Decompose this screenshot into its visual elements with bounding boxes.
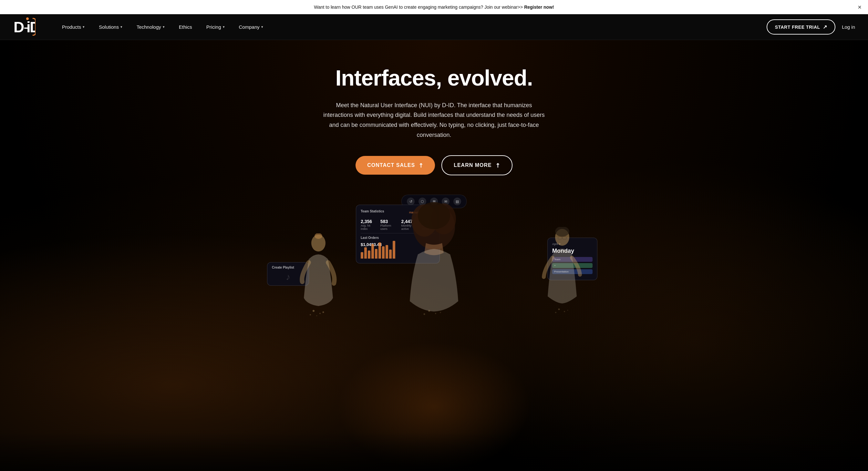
svg-point-11 [316, 315, 317, 316]
hero-section: Interfaces, evolved. Meet the Natural Us… [0, 40, 868, 471]
svg-point-8 [319, 313, 321, 314]
hero-visual: ↺ ⬡ ⊞ ✉ ▤ Create Playlist ♪ Team Statist… [256, 195, 612, 317]
mini-bar [378, 243, 381, 259]
mini-bar [375, 249, 377, 259]
chevron-down-icon: ▾ [261, 25, 263, 29]
person-left [299, 233, 338, 317]
mini-bar [382, 246, 384, 259]
svg-point-4 [26, 18, 29, 20]
svg-point-18 [424, 313, 425, 315]
nav-label-company: Company [239, 24, 259, 30]
nav-label-pricing: Pricing [206, 24, 221, 30]
chevron-down-icon: ▾ [83, 25, 85, 29]
hero-content: Interfaces, evolved. Meet the Natural Us… [314, 66, 554, 195]
hero-title: Interfaces, evolved. [321, 66, 547, 90]
mini-bar [385, 245, 388, 259]
stat-item: 2,356 Avg. hit index [361, 219, 377, 230]
nav-label-ethics: Ethics [179, 24, 192, 30]
stat-num-1: 583 [380, 219, 398, 224]
contact-sales-button[interactable]: CONTACT SALES ↗ [355, 156, 435, 175]
start-free-trial-button[interactable]: START FREE TRIAL ↗ [767, 19, 835, 35]
stat-label-0: Avg. hit index [361, 224, 377, 230]
nav-item-solutions[interactable]: Solutions ▾ [92, 14, 129, 40]
nav-item-technology[interactable]: Technology ▾ [129, 14, 172, 40]
mini-bar [389, 250, 392, 259]
chevron-down-icon: ▾ [223, 25, 225, 29]
login-link[interactable]: Log in [842, 24, 855, 30]
nav-item-ethics[interactable]: Ethics [172, 14, 199, 40]
svg-point-10 [322, 312, 324, 313]
chevron-down-icon: ▾ [120, 25, 122, 29]
nav-label-technology: Technology [136, 24, 161, 30]
announcement-banner: Want to learn how OUR team uses GenAI to… [0, 0, 868, 14]
banner-link-text: Register now! [524, 4, 554, 10]
stat-num-0: 2,356 [361, 219, 377, 224]
svg-point-24 [558, 309, 560, 310]
stats-card-title: Team Statistics [361, 210, 384, 213]
nav-links: Products ▾ Solutions ▾ Technology ▾ Ethi… [55, 14, 767, 40]
mini-bar [371, 244, 374, 259]
person-center [405, 201, 463, 317]
nav-label-products: Products [62, 24, 81, 30]
svg-point-25 [564, 311, 565, 312]
banner-text: Want to learn how OUR team uses GenAI to… [314, 4, 554, 10]
contact-sales-label: CONTACT SALES [367, 162, 415, 168]
nav-item-company[interactable]: Company ▾ [232, 14, 270, 40]
nav-right: START FREE TRIAL ↗ Log in [767, 19, 855, 35]
arrow-icon: ↗ [493, 161, 502, 170]
person-right [541, 227, 583, 317]
svg-point-26 [555, 312, 556, 313]
learn-more-label: LEARN MORE [454, 162, 492, 168]
nav-label-solutions: Solutions [99, 24, 119, 30]
arrow-icon: ↗ [416, 161, 425, 170]
svg-text:D: D [30, 19, 35, 35]
mini-bar [368, 251, 370, 259]
svg-point-17 [435, 313, 436, 314]
mini-bar [393, 241, 395, 259]
learn-more-button[interactable]: LEARN MORE ↗ [441, 155, 513, 175]
mini-bar [361, 252, 363, 259]
chevron-down-icon: ▾ [163, 25, 165, 29]
banner-close-button[interactable]: × [858, 4, 862, 10]
stat-label-1: Platform users [380, 224, 398, 230]
svg-point-19 [440, 312, 441, 313]
navbar: D - i D Products ▾ Solutions ▾ Technolog… [0, 14, 868, 40]
trial-button-label: START FREE TRIAL [775, 25, 820, 30]
login-label: Log in [842, 24, 855, 30]
nav-item-pricing[interactable]: Pricing ▾ [199, 14, 232, 40]
svg-point-9 [310, 314, 311, 315]
logo[interactable]: D - i D [13, 17, 35, 37]
svg-text:D: D [13, 19, 24, 35]
svg-point-15 [418, 202, 450, 229]
arrow-icon: ↗ [823, 24, 827, 30]
svg-point-16 [428, 310, 430, 312]
ambient-light [337, 342, 531, 471]
hero-description: Meet the Natural User Interface (NUI) by… [321, 100, 547, 140]
banner-register-link[interactable]: Register now! [524, 4, 554, 10]
mini-bar [364, 247, 367, 259]
svg-point-7 [313, 310, 314, 312]
banner-main-text: Want to learn how OUR team uses GenAI to… [314, 4, 523, 10]
stat-item: 583 Platform users [380, 219, 398, 230]
svg-point-27 [567, 310, 568, 311]
hero-buttons: CONTACT SALES ↗ LEARN MORE ↗ [321, 155, 547, 175]
nav-item-products[interactable]: Products ▾ [55, 14, 92, 40]
